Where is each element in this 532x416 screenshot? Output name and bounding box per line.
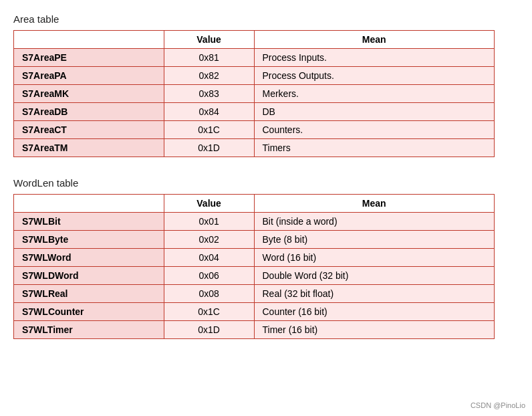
area-mean-cell: Counters.	[254, 121, 495, 139]
area-name-cell: S7AreaPE	[14, 49, 164, 67]
area-col-name-header	[14, 31, 164, 49]
wordlen-table: Value Mean S7WLBit 0x01 Bit (inside a wo…	[13, 194, 495, 339]
area-value-cell: 0x83	[164, 85, 254, 103]
area-value-cell: 0x84	[164, 103, 254, 121]
wordlen-table-title: WordLen table	[13, 177, 519, 189]
wordlen-table-header-row: Value Mean	[14, 195, 495, 213]
table-row: S7WLBit 0x01 Bit (inside a word)	[14, 213, 495, 231]
wordlen-mean-cell: Counter (16 bit)	[254, 303, 495, 321]
area-value-cell: 0x82	[164, 67, 254, 85]
wordlen-mean-cell: Real (32 bit float)	[254, 285, 495, 303]
wordlen-value-cell: 0x1C	[164, 303, 254, 321]
wordlen-name-cell: S7WLByte	[14, 231, 164, 249]
wordlen-col-mean-header: Mean	[254, 195, 495, 213]
wordlen-name-cell: S7WLDWord	[14, 267, 164, 285]
wordlen-value-cell: 0x1D	[164, 321, 254, 339]
wordlen-mean-cell: Word (16 bit)	[254, 249, 495, 267]
table-row: S7AreaPA 0x82 Process Outputs.	[14, 67, 495, 85]
wordlen-value-cell: 0x04	[164, 249, 254, 267]
wordlen-value-cell: 0x01	[164, 213, 254, 231]
area-table-body: S7AreaPE 0x81 Process Inputs. S7AreaPA 0…	[14, 49, 495, 157]
watermark: CSDN @PinoLio	[471, 401, 525, 409]
table-row: S7WLDWord 0x06 Double Word (32 bit)	[14, 267, 495, 285]
wordlen-table-body: S7WLBit 0x01 Bit (inside a word) S7WLByt…	[14, 213, 495, 339]
wordlen-name-cell: S7WLWord	[14, 249, 164, 267]
area-mean-cell: Timers	[254, 139, 495, 157]
wordlen-value-cell: 0x02	[164, 231, 254, 249]
table-row: S7WLCounter 0x1C Counter (16 bit)	[14, 303, 495, 321]
table-row: S7AreaTM 0x1D Timers	[14, 139, 495, 157]
wordlen-mean-cell: Timer (16 bit)	[254, 321, 495, 339]
area-mean-cell: Merkers.	[254, 85, 495, 103]
area-mean-cell: Process Outputs.	[254, 67, 495, 85]
wordlen-mean-cell: Byte (8 bit)	[254, 231, 495, 249]
table-row: S7AreaMK 0x83 Merkers.	[14, 85, 495, 103]
area-value-cell: 0x81	[164, 49, 254, 67]
area-table-title: Area table	[13, 13, 519, 25]
table-row: S7WLReal 0x08 Real (32 bit float)	[14, 285, 495, 303]
wordlen-name-cell: S7WLBit	[14, 213, 164, 231]
area-col-value-header: Value	[164, 31, 254, 49]
wordlen-table-section: WordLen table Value Mean S7WLBit 0x01 Bi…	[13, 177, 519, 339]
area-mean-cell: DB	[254, 103, 495, 121]
area-value-cell: 0x1C	[164, 121, 254, 139]
area-name-cell: S7AreaCT	[14, 121, 164, 139]
wordlen-value-cell: 0x06	[164, 267, 254, 285]
wordlen-name-cell: S7WLReal	[14, 285, 164, 303]
area-mean-cell: Process Inputs.	[254, 49, 495, 67]
wordlen-value-cell: 0x08	[164, 285, 254, 303]
wordlen-col-name-header	[14, 195, 164, 213]
table-row: S7AreaDB 0x84 DB	[14, 103, 495, 121]
area-value-cell: 0x1D	[164, 139, 254, 157]
table-row: S7AreaCT 0x1C Counters.	[14, 121, 495, 139]
area-col-mean-header: Mean	[254, 31, 495, 49]
table-row: S7AreaPE 0x81 Process Inputs.	[14, 49, 495, 67]
area-name-cell: S7AreaPA	[14, 67, 164, 85]
area-table: Value Mean S7AreaPE 0x81 Process Inputs.…	[13, 30, 495, 157]
area-name-cell: S7AreaTM	[14, 139, 164, 157]
table-row: S7WLTimer 0x1D Timer (16 bit)	[14, 321, 495, 339]
wordlen-col-value-header: Value	[164, 195, 254, 213]
wordlen-name-cell: S7WLCounter	[14, 303, 164, 321]
area-name-cell: S7AreaDB	[14, 103, 164, 121]
wordlen-name-cell: S7WLTimer	[14, 321, 164, 339]
table-row: S7WLWord 0x04 Word (16 bit)	[14, 249, 495, 267]
area-table-header-row: Value Mean	[14, 31, 495, 49]
area-table-section: Area table Value Mean S7AreaPE 0x81 Proc…	[13, 13, 519, 157]
wordlen-mean-cell: Bit (inside a word)	[254, 213, 495, 231]
area-name-cell: S7AreaMK	[14, 85, 164, 103]
table-row: S7WLByte 0x02 Byte (8 bit)	[14, 231, 495, 249]
wordlen-mean-cell: Double Word (32 bit)	[254, 267, 495, 285]
